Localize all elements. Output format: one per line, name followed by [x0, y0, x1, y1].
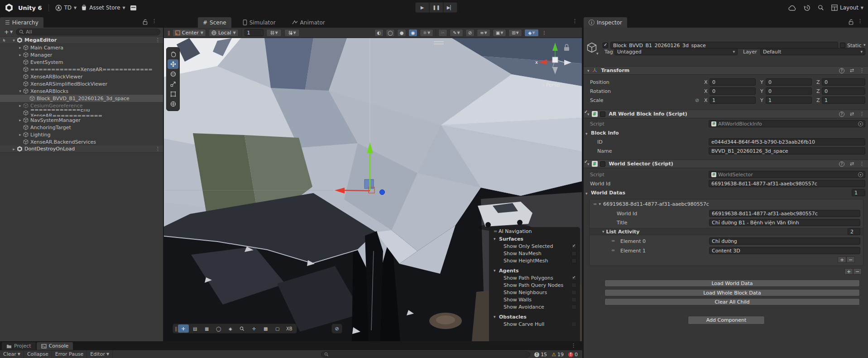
scale-y-field[interactable]: 1 — [766, 97, 812, 104]
help-icon[interactable]: ? — [839, 68, 844, 73]
tool-handle-position-dropdown[interactable]: Center▼ — [173, 29, 206, 37]
block-name-field[interactable]: BVVD_B1_20260126_3d_space — [709, 147, 865, 155]
section-agents[interactable]: ▾Agents — [489, 267, 580, 274]
expand-arrow-icon[interactable]: ▾ — [17, 89, 23, 93]
remove-element-button[interactable]: − — [846, 256, 855, 263]
expand-arrow-icon[interactable]: ▸ — [17, 45, 23, 50]
kebab-menu-icon[interactable]: ⋮ — [859, 111, 864, 117]
window-manager-button[interactable] — [130, 5, 137, 11]
rotation-z-field[interactable]: 0 — [822, 87, 865, 95]
id-field[interactable]: e044d344-864f-4f53-b790-b23aab26fb10 — [709, 138, 865, 145]
drag-handle-icon[interactable]: || — [168, 30, 170, 35]
layer-dropdown[interactable]: Default▾ — [760, 48, 865, 55]
static-checkbox[interactable] — [840, 43, 845, 48]
cross-overlay-icon[interactable]: ✛ — [249, 324, 259, 333]
world-datas-label[interactable]: World Datas — [591, 190, 625, 196]
presets-icon[interactable]: ⇄ — [850, 68, 854, 73]
foldout-arrow-icon[interactable]: ▾ — [599, 202, 601, 206]
persp-label[interactable]: ‹ Persp — [542, 82, 560, 88]
hierarchy-item[interactable]: ============End XenseAR============ — [0, 109, 163, 116]
view-tool-button[interactable] — [168, 49, 178, 59]
hierarchy-item[interactable]: ▾XenseARBlocks — [0, 87, 163, 95]
group-world-id-field[interactable]: 66919638-8d11-4877-af31-aaebc980557c — [709, 210, 860, 217]
grid-snap-dropdown[interactable]: ▼ — [266, 29, 282, 37]
world-datas-count-field[interactable]: 1 — [852, 189, 865, 196]
section-obstacles[interactable]: ▾Obstacles — [489, 313, 580, 320]
list-activity-header[interactable]: ▾ List Activity — [590, 228, 863, 235]
nav-toggle-row[interactable]: Show Only Selected — [489, 242, 580, 250]
move-tool-button[interactable] — [168, 59, 178, 69]
checkbox[interactable] — [571, 290, 576, 295]
mesh-overlay-icon[interactable]: ▩ — [260, 324, 271, 333]
add-world-data-button[interactable]: + — [844, 268, 853, 275]
scene-lighting-dropdown[interactable]: ☼▼ — [420, 29, 433, 37]
scale-x-field[interactable]: 1 — [710, 97, 756, 104]
drag-handle-icon[interactable]: = — [494, 229, 497, 234]
checkbox[interactable] — [571, 297, 576, 302]
foldout-arrow-icon[interactable]: ▾ — [585, 131, 588, 136]
hierarchy-item[interactable]: XenseARSimplifiedBlockViewer — [0, 80, 163, 87]
transform-tool-button[interactable] — [168, 99, 178, 109]
hierarchy-item[interactable]: XenseARBlockViewer — [0, 73, 163, 80]
box-overlay-icon[interactable]: ▢ — [272, 324, 283, 333]
rect-tool-button[interactable] — [168, 89, 178, 99]
hierarchy-item[interactable]: XenseAR.BackendServices — [0, 138, 163, 145]
nav-toggle-row[interactable]: Show Carve Hull — [489, 320, 580, 328]
add-component-button[interactable]: Add Component — [688, 316, 765, 324]
object-picker-icon[interactable] — [858, 172, 863, 177]
hierarchy-search-input[interactable]: All — [16, 29, 160, 35]
rotate-tool-button[interactable] — [168, 69, 178, 79]
object-picker-icon[interactable] — [858, 121, 863, 126]
script-object-field[interactable]: #ARWorldBlockInfo — [709, 120, 865, 127]
static-dropdown-icon[interactable]: ▾ — [863, 43, 866, 47]
position-x-field[interactable]: 0 — [710, 78, 756, 86]
editor-dropdown[interactable]: Editor▼ — [87, 350, 113, 358]
tag-dropdown[interactable]: Untagged▾ — [614, 48, 738, 55]
kebab-menu-icon[interactable]: ⋮ — [859, 68, 864, 73]
nav-toggle-row[interactable]: Show NavMesh — [489, 250, 580, 257]
block-info-label[interactable]: Block Info — [591, 130, 619, 136]
nav-toggle-row[interactable]: Show Path Polygons — [489, 274, 580, 281]
load-world-data-button[interactable]: Load World Data — [604, 280, 860, 287]
checkbox[interactable] — [571, 283, 576, 288]
pause-button[interactable]: ❚❚ — [429, 2, 443, 13]
nav-toggle-row[interactable]: Show Path Query Nodes — [489, 281, 580, 289]
hierarchy-menu-icon[interactable]: ⋮ — [152, 18, 157, 24]
2d-mode-toggle[interactable]: ◉ — [408, 29, 417, 37]
world-selector-header[interactable]: ▾ # World Selector (Script) ?⇄⋮ — [584, 160, 868, 168]
tab-console[interactable]: Console — [37, 342, 73, 350]
expand-arrow-icon[interactable]: ▸ — [11, 147, 17, 151]
expand-arrow-icon[interactable]: ▸ — [17, 103, 23, 108]
gameobject-cube-icon[interactable] — [586, 42, 597, 53]
grid-size-field[interactable]: 1 — [245, 29, 264, 36]
console-panel-menu-icon[interactable]: ⋮ — [571, 343, 576, 348]
section-surfaces[interactable]: ▾Surfaces — [489, 235, 580, 242]
element-0-field[interactable]: Chỉ đường — [709, 237, 860, 245]
kebab-menu-icon[interactable]: ⋮ — [155, 37, 160, 43]
foldout-arrow-icon[interactable]: ▾ — [587, 68, 590, 73]
shaded-mode-icon[interactable]: ◐ — [374, 29, 384, 37]
history-icon[interactable] — [804, 5, 810, 11]
hierarchy-item[interactable]: AnchoringTarget — [0, 124, 163, 131]
expand-arrow-icon[interactable]: ▾ — [11, 38, 17, 43]
element-1-field[interactable]: Content 3D — [709, 247, 860, 254]
layers-dropdown[interactable]: ≡▼ — [477, 29, 490, 37]
grid-visual-dropdown[interactable]: ⊞▼ — [508, 29, 522, 37]
unlock-icon[interactable] — [143, 19, 148, 25]
account-menu[interactable]: TD ▼ — [55, 5, 77, 11]
gizmos-dropdown[interactable]: ◈▼ — [524, 29, 539, 37]
scene-viewport[interactable]: x ‹ Persp || — [164, 38, 582, 341]
circle-overlay-icon[interactable]: ◯ — [213, 324, 224, 333]
link-scale-icon[interactable]: ⊘ — [695, 97, 699, 103]
checkbox[interactable] — [571, 251, 576, 256]
disabled-overlay-icon[interactable]: ⊘ — [331, 324, 342, 334]
scale-z-field[interactable]: 1 — [822, 97, 865, 104]
hidden-objects-icon[interactable]: ⊘ — [465, 29, 475, 37]
nav-toggle-row[interactable]: Show Walls — [489, 296, 580, 303]
world-data-group-header[interactable]: = ▾ 66919638-8d11-4877-af31-aaebc980557c — [590, 199, 863, 208]
search-overlay-icon[interactable] — [237, 324, 248, 333]
clear-all-child-button[interactable]: Clear All Child — [604, 298, 860, 305]
pick-toggle-icon[interactable] — [2, 38, 7, 43]
hierarchy-item-disabled[interactable]: ▸CesiumGeoreference — [0, 102, 163, 109]
checkbox-checked[interactable] — [571, 244, 576, 249]
